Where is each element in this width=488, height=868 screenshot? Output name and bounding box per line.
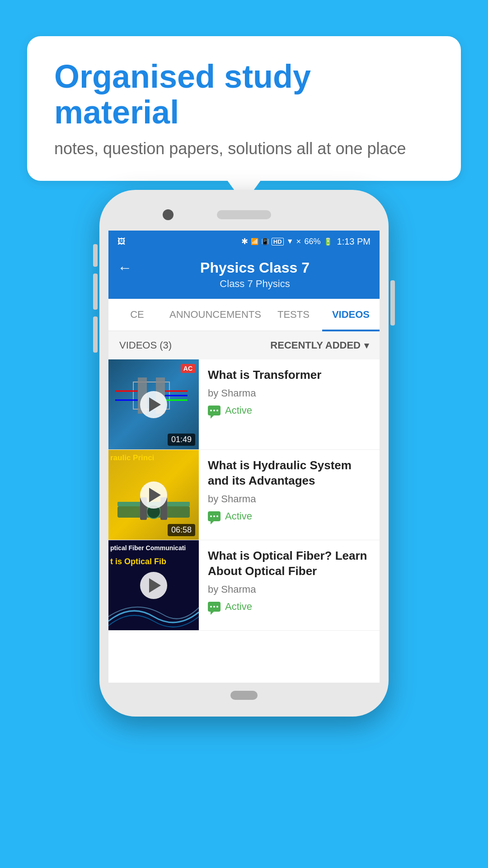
video-list: AC 01:49 What is Transformer by Sharma [108,359,380,631]
speech-bubble: Organised study material notes, question… [27,36,461,181]
tab-announcements[interactable]: ANNOUNCEMENTS [166,299,265,330]
video-title-1: What is Transformer [208,368,371,383]
video-author-1: by Sharma [208,387,371,399]
status-bar: 🖼 ✱ 📶 📳 HD ▼ ✕ 66% 🔋 1:13 PM [108,231,380,252]
video-title-3: What is Optical Fiber? Learn About Optic… [208,548,371,579]
video-info-2: What is Hydraulic System and its Advanta… [199,450,380,540]
duration-1: 01:49 [168,434,195,446]
chat-icon-3 [208,602,221,612]
video-status-3: Active [208,601,371,613]
video-title-2: What is Hydraulic System and its Advanta… [208,458,371,489]
app-bar-title: Physics Class 7 [139,259,371,276]
phone-screen: 🖼 ✱ 📶 📳 HD ▼ ✕ 66% 🔋 1:13 PM [108,231,380,683]
speaker [217,210,271,219]
battery-icon: 🔋 [324,237,333,246]
tab-ce[interactable]: CE [108,299,166,330]
phone-hardware-top [108,199,380,231]
play-button-3[interactable] [140,572,167,599]
filter-bar: VIDEOS (3) RECENTLY ADDED ▾ [108,331,380,359]
vibrate-icon: 📳 [261,238,269,245]
video-author-3: by Sharma [208,584,371,595]
bluetooth-icon: ✱ [241,236,248,246]
bubble-subtitle: notes, question papers, solutions all at… [54,139,434,158]
optical-thumb-text: ptical Fiber Communicati [110,544,197,552]
chevron-down-icon: ▾ [364,340,369,351]
video-author-2: by Sharma [208,493,371,505]
video-thumbnail-1: AC 01:49 [108,359,199,449]
camera [163,209,174,220]
sort-label: RECENTLY ADDED [270,340,361,351]
tab-videos[interactable]: VIDEOS [322,299,380,330]
play-button-2[interactable] [140,481,167,509]
back-button[interactable]: ← [117,259,132,276]
optical-thumb-text2: t is Optical Fib [110,557,166,567]
hydraulic-thumb-text: raulic Princi [110,453,197,462]
hd-badge: HD [272,238,284,245]
bubble-title: Organised study material [54,59,434,130]
tab-bar: CE ANNOUNCEMENTS TESTS VIDEOS [108,299,380,331]
video-item-2[interactable]: raulic Princi [108,450,380,540]
video-count-label: VIDEOS (3) [119,340,172,351]
chat-icon-2 [208,511,221,521]
app-bar: ← Physics Class 7 Class 7 Physics [108,252,380,299]
video-info-3: What is Optical Fiber? Learn About Optic… [199,540,380,630]
active-label-3: Active [225,601,252,613]
breadcrumb: Class 7 Physics [117,278,371,290]
duration-2: 06:58 [168,524,195,536]
battery-label: 66% [304,237,320,246]
phone-hardware-bottom [108,683,380,708]
wifi-icon: ▼ [286,237,294,245]
active-label-1: Active [225,405,252,416]
video-item-3[interactable]: ptical Fiber Communicati t is Optical Fi… [108,540,380,631]
chat-icon-1 [208,406,221,415]
video-status-2: Active [208,510,371,522]
sort-button[interactable]: RECENTLY ADDED ▾ [270,340,369,351]
video-thumbnail-3: ptical Fiber Communicati t is Optical Fi… [108,540,199,630]
video-info-1: What is Transformer by Sharma [199,359,380,449]
home-button [230,691,258,700]
video-status-1: Active [208,405,371,416]
phone-mockup: 🖼 ✱ 📶 📳 HD ▼ ✕ 66% 🔋 1:13 PM [99,190,389,717]
signal-icon: 📶 [251,238,258,245]
video-item-1[interactable]: AC 01:49 What is Transformer by Sharma [108,359,380,450]
video-thumbnail-2: raulic Princi [108,450,199,540]
time-label: 1:13 PM [337,236,371,247]
top-section: Organised study material notes, question… [0,0,488,181]
play-button-1[interactable] [140,391,167,418]
tab-tests[interactable]: TESTS [265,299,322,330]
active-label-2: Active [225,510,252,522]
signal-x-icon: ✕ [296,238,301,245]
